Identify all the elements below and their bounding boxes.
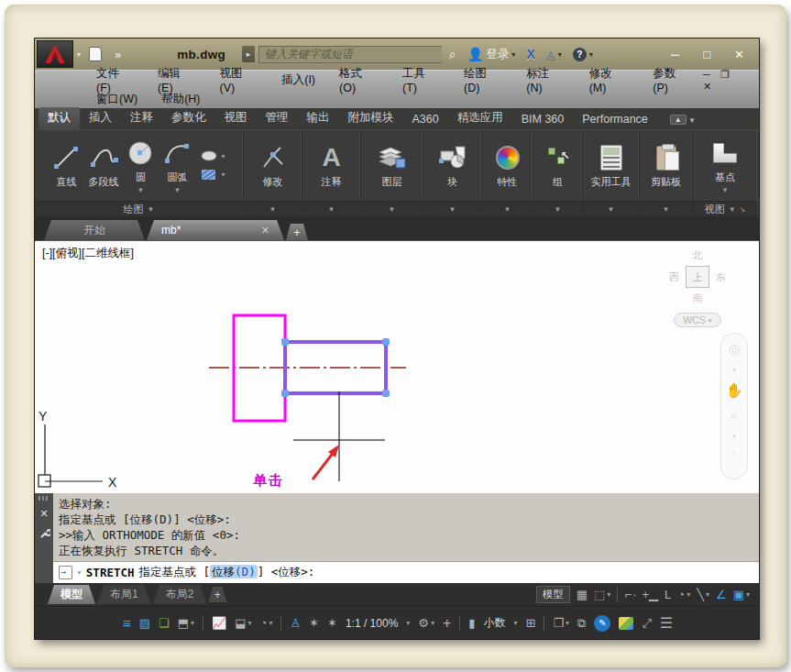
arc-dropdown-icon[interactable]: ▼ bbox=[174, 186, 181, 194]
quick-properties-icon[interactable]: ⊞ bbox=[526, 616, 536, 630]
menu-modify[interactable]: 修改(M) bbox=[577, 66, 642, 94]
circle-button[interactable]: 圆▼ bbox=[123, 136, 158, 196]
app-menu-dropdown-icon[interactable]: ▾ bbox=[77, 50, 81, 59]
annotation-scale-value[interactable]: 1:1 / 100% bbox=[346, 617, 398, 630]
panel-label-view[interactable]: 视图▼↘ bbox=[693, 201, 757, 216]
ribbon-tab-featured-apps[interactable]: 精选应用 bbox=[448, 107, 512, 129]
pan-icon[interactable]: ✋ bbox=[726, 382, 743, 399]
signin-button[interactable]: 👤 登录 ▾ bbox=[464, 47, 519, 62]
close-button[interactable]: ✕ bbox=[734, 48, 744, 61]
layers-button[interactable]: 图层 bbox=[375, 140, 410, 191]
panel-label-layers[interactable]: ▼ bbox=[361, 201, 423, 216]
maximize-button[interactable]: □ bbox=[703, 48, 710, 61]
viewcube-north[interactable]: 北 bbox=[662, 248, 733, 262]
menu-help[interactable]: 帮助(H) bbox=[149, 92, 212, 107]
annotation-button[interactable]: A 注释 bbox=[314, 140, 349, 191]
search-input[interactable] bbox=[258, 46, 442, 63]
object-snap-tracking-icon[interactable]: ∠ bbox=[716, 588, 727, 601]
graphics-performance-icon[interactable]: 📈 bbox=[212, 616, 226, 630]
new-file-button[interactable] bbox=[84, 45, 106, 63]
panel-label-draw[interactable]: 绘图▼ bbox=[35, 201, 243, 216]
file-tab-close-icon[interactable]: ✕ bbox=[261, 225, 269, 237]
search-icon[interactable]: ⌕ bbox=[445, 47, 460, 62]
annotation-visibility-icon[interactable]: ♙ bbox=[290, 616, 301, 630]
units-icon[interactable]: ▮ bbox=[468, 616, 475, 630]
polar-tracking-icon[interactable]: ◔▾ bbox=[677, 588, 690, 601]
panel-label-annotation[interactable]: ▼ bbox=[302, 201, 360, 216]
ribbon-tab-output[interactable]: 输出 bbox=[298, 107, 339, 129]
properties-button[interactable]: 特性 bbox=[490, 140, 525, 191]
block-button[interactable]: 块 bbox=[434, 140, 471, 191]
menu-edit[interactable]: 编辑(E) bbox=[146, 66, 208, 94]
panel-label-block[interactable]: ▼ bbox=[423, 201, 481, 216]
view-style-icon[interactable]: ⬓▾ bbox=[235, 616, 251, 630]
menu-format[interactable]: 格式(O) bbox=[327, 66, 390, 94]
workspace-switch-icon[interactable]: ⚙▾ bbox=[418, 616, 434, 630]
ribbon-tab-manage[interactable]: 管理 bbox=[257, 107, 298, 129]
geolocation-icon[interactable] bbox=[619, 617, 633, 630]
model-space-button[interactable]: 模型 bbox=[536, 586, 570, 603]
viewcube-top[interactable]: 上 bbox=[686, 266, 709, 288]
polyline-button[interactable]: 多段线 bbox=[85, 140, 121, 191]
app-menu-button[interactable] bbox=[37, 40, 73, 68]
ribbon-collapse-button[interactable]: ▲▾ bbox=[670, 115, 694, 129]
transparency-icon[interactable]: ▨ bbox=[139, 616, 150, 630]
command-close-icon[interactable]: ✕ bbox=[39, 508, 48, 520]
grid-display-icon[interactable]: ▦ bbox=[577, 588, 588, 601]
infer-constraints-icon[interactable]: ⌐∙ bbox=[624, 588, 635, 601]
tab-layout2[interactable]: 布局2 bbox=[153, 585, 207, 604]
ribbon-tab-bim360[interactable]: BIM 360 bbox=[512, 110, 574, 129]
selection-cycling-icon[interactable]: ❏ bbox=[159, 616, 170, 630]
wcs-dropdown[interactable]: WCS▾ bbox=[674, 313, 721, 327]
utilities-button[interactable]: 实用工具 bbox=[588, 140, 634, 191]
file-tab-new-button[interactable]: + bbox=[286, 224, 308, 240]
panel-label-clipboard[interactable]: ▼ bbox=[640, 201, 692, 216]
lineweight-icon[interactable]: ≡ bbox=[123, 615, 131, 631]
clipboard-button[interactable]: 剪贴板 bbox=[648, 140, 684, 191]
steering-wheel-icon[interactable]: ◎ bbox=[728, 341, 740, 358]
ribbon-tab-addins[interactable]: 附加模块 bbox=[339, 107, 403, 129]
gizmo-icon[interactable]: ⬒▾ bbox=[178, 616, 194, 630]
qat-expand-button[interactable]: » bbox=[110, 46, 126, 63]
ribbon-tab-view[interactable]: 视图 bbox=[215, 107, 257, 129]
navbar-more-icon[interactable]: ▿ bbox=[732, 448, 736, 457]
help-button[interactable]: ?▾ bbox=[569, 48, 597, 61]
file-tab-current[interactable]: mb* ✕ bbox=[147, 220, 284, 240]
ribbon-tab-home[interactable]: 默认 bbox=[38, 107, 80, 129]
basepoint-button[interactable]: 基点▼ bbox=[708, 136, 742, 196]
panel-label-utilities[interactable]: ▼ bbox=[583, 201, 639, 216]
hatch-button[interactable]: ▾ bbox=[200, 168, 225, 182]
panel-expand-icon[interactable]: ↘ bbox=[740, 205, 746, 214]
ui-lock-icon[interactable]: ❐▾ bbox=[553, 616, 569, 630]
ribbon-tab-a360[interactable]: A360 bbox=[403, 110, 448, 129]
a360-icon[interactable]: ◬▾ bbox=[543, 48, 566, 61]
new-layout-button[interactable]: + bbox=[208, 587, 226, 602]
tab-model[interactable]: 模型 bbox=[48, 585, 95, 604]
navigation-bar[interactable]: ◎ ▾ ✋ ⌕ ▾ ▿ bbox=[720, 333, 748, 479]
group-button[interactable]: ↖ 组 bbox=[541, 140, 576, 191]
tab-layout1[interactable]: 布局1 bbox=[97, 585, 151, 604]
search-scope-button[interactable]: ▸ bbox=[242, 46, 255, 62]
command-option-displacement[interactable]: 位移(D) bbox=[210, 565, 258, 578]
zoom-extents-icon[interactable]: ⌕ bbox=[731, 407, 738, 424]
crosshair-cursor[interactable] bbox=[293, 391, 385, 481]
ribbon-tab-parametric[interactable]: 参数化 bbox=[162, 107, 215, 129]
annotation-monitor-icon[interactable]: + bbox=[443, 615, 451, 632]
viewcube-south[interactable]: 南 bbox=[662, 292, 733, 305]
panel-label-properties[interactable]: ▼ bbox=[482, 201, 533, 216]
clean-screen-icon[interactable]: ⤢ bbox=[642, 616, 651, 631]
arc-button[interactable]: 圆弧▼ bbox=[159, 136, 194, 196]
menu-file[interactable]: 文件(F) bbox=[84, 66, 146, 94]
viewcube-west[interactable]: 西 bbox=[669, 270, 679, 284]
viewcube-east[interactable]: 东 bbox=[716, 270, 726, 284]
annotation-scale-icon[interactable]: ✶ bbox=[327, 616, 337, 630]
ortho-mode-icon[interactable]: L bbox=[665, 588, 671, 601]
menu-tools[interactable]: 工具(T) bbox=[390, 66, 452, 94]
circle-dropdown-icon[interactable]: ▼ bbox=[137, 186, 145, 194]
customization-icon[interactable]: ☰ bbox=[660, 614, 673, 632]
recent-commands-icon[interactable] bbox=[59, 566, 72, 579]
ribbon-tab-performance[interactable]: Performance bbox=[573, 110, 657, 129]
autoscale-icon[interactable]: ✶ bbox=[309, 616, 319, 630]
drawing-canvas[interactable]: [-][俯视][二维线框] bbox=[35, 240, 759, 493]
modify-button[interactable]: 修改 bbox=[256, 140, 291, 191]
